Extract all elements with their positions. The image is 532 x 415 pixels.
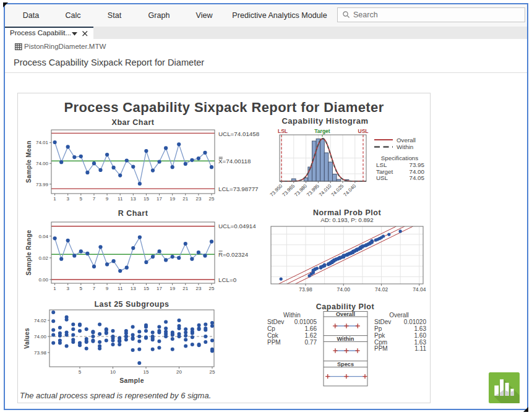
svg-text:15: 15 xyxy=(144,369,149,375)
svg-text:25: 25 xyxy=(209,286,215,291)
svg-text:UCL=0.04914: UCL=0.04914 xyxy=(218,223,256,229)
svg-text:20: 20 xyxy=(176,369,182,375)
svg-text:Within: Within xyxy=(397,143,413,150)
svg-text:74.00: 74.00 xyxy=(409,168,424,175)
svg-text:PPM: PPM xyxy=(374,345,388,352)
svg-text:19: 19 xyxy=(169,196,175,202)
svg-text:7: 7 xyxy=(93,286,96,291)
svg-text:Within: Within xyxy=(337,336,354,342)
svg-text:Pp: Pp xyxy=(374,325,382,332)
svg-text:Target: Target xyxy=(376,168,393,175)
svg-text:The actual process spread is r: The actual process spread is represented… xyxy=(20,391,211,400)
svg-text:73.95: 73.95 xyxy=(409,161,424,168)
svg-text:21: 21 xyxy=(182,286,188,291)
svg-text:0.01020: 0.01020 xyxy=(404,319,427,325)
svg-text:23: 23 xyxy=(195,286,201,291)
svg-text:1: 1 xyxy=(53,196,56,202)
svg-text:AD: 0.193, P: 0.892: AD: 0.193, P: 0.892 xyxy=(320,216,374,223)
svg-text:11: 11 xyxy=(118,286,123,291)
svg-text:1.66: 1.66 xyxy=(305,325,317,332)
svg-text:9: 9 xyxy=(106,196,109,202)
svg-text:LSL: LSL xyxy=(278,128,288,134)
svg-text:Overall: Overall xyxy=(336,311,355,317)
svg-text:1.63: 1.63 xyxy=(414,339,427,346)
svg-text:Within: Within xyxy=(283,312,301,319)
svg-text:3: 3 xyxy=(66,196,69,202)
svg-text:1: 1 xyxy=(53,286,56,291)
svg-text:15: 15 xyxy=(144,286,149,291)
svg-text:23: 23 xyxy=(195,196,201,202)
svg-text:Overall: Overall xyxy=(397,137,416,143)
svg-text:Cpk: Cpk xyxy=(267,332,279,339)
svg-text:21: 21 xyxy=(182,196,188,202)
svg-text:UCL=74.01458: UCL=74.01458 xyxy=(218,130,260,137)
svg-text:LSL: LSL xyxy=(376,161,387,168)
svg-text:Capability Histogram: Capability Histogram xyxy=(281,116,368,126)
svg-text:R=0.02324: R=0.02324 xyxy=(218,251,249,258)
svg-text:74.00: 74.00 xyxy=(36,161,49,166)
svg-text:11: 11 xyxy=(118,196,123,202)
svg-text:0.77: 0.77 xyxy=(305,339,317,346)
svg-text:19: 19 xyxy=(169,286,175,291)
svg-text:1.62: 1.62 xyxy=(305,332,317,339)
svg-text:13: 13 xyxy=(131,286,136,291)
svg-text:74.02: 74.02 xyxy=(375,286,388,293)
svg-text:0.04: 0.04 xyxy=(38,234,48,239)
svg-text:USL: USL xyxy=(376,174,388,181)
svg-text:Sample Range: Sample Range xyxy=(25,230,32,276)
svg-text:7: 7 xyxy=(93,196,96,202)
svg-text:0.02: 0.02 xyxy=(38,255,48,261)
svg-text:73.98: 73.98 xyxy=(34,350,47,356)
svg-text:Capability Plot: Capability Plot xyxy=(316,302,375,311)
svg-text:LCL=73.98777: LCL=73.98777 xyxy=(218,186,259,192)
svg-text:Normal Prob Plot: Normal Prob Plot xyxy=(313,208,381,217)
svg-text:Values: Values xyxy=(24,328,30,349)
svg-text:Process Capability Sixpack Rep: Process Capability Sixpack Report for Di… xyxy=(64,100,384,115)
svg-text:74.00: 74.00 xyxy=(337,286,351,293)
svg-text:R Chart: R Chart xyxy=(118,209,148,218)
svg-text:1.63: 1.63 xyxy=(414,325,427,332)
svg-text:Cp: Cp xyxy=(267,325,275,332)
svg-text:17: 17 xyxy=(157,286,162,291)
svg-text:25: 25 xyxy=(210,369,215,375)
svg-text:PPM: PPM xyxy=(267,339,281,346)
svg-text:Xbar Chart: Xbar Chart xyxy=(112,118,155,127)
svg-text:10: 10 xyxy=(110,369,116,375)
svg-text:9: 9 xyxy=(106,286,109,291)
svg-text:5: 5 xyxy=(80,196,83,202)
svg-text:USL: USL xyxy=(358,128,369,134)
svg-text:73.98: 73.98 xyxy=(299,286,312,293)
svg-text:74.00: 74.00 xyxy=(34,334,47,340)
svg-text:Sample Mean: Sample Mean xyxy=(25,140,32,182)
svg-text:5: 5 xyxy=(79,369,82,375)
svg-text:25: 25 xyxy=(209,196,215,202)
svg-text:LCL=0: LCL=0 xyxy=(218,276,237,283)
svg-text:Ppk: Ppk xyxy=(374,332,385,339)
svg-text:Cpm: Cpm xyxy=(374,339,387,346)
svg-text:3: 3 xyxy=(66,286,69,291)
svg-text:0.01005: 0.01005 xyxy=(294,319,317,325)
svg-text:13: 13 xyxy=(131,196,136,202)
svg-text:15: 15 xyxy=(144,196,149,202)
svg-text:74.05: 74.05 xyxy=(409,174,424,181)
svg-text:Specs: Specs xyxy=(337,361,354,367)
svg-text:StDev: StDev xyxy=(267,319,284,325)
svg-text:X=74.00118: X=74.00118 xyxy=(218,158,251,165)
svg-text:1.11: 1.11 xyxy=(414,345,426,352)
svg-text:74.04: 74.04 xyxy=(413,286,426,293)
svg-text:StDev: StDev xyxy=(374,319,391,325)
svg-text:Overall: Overall xyxy=(389,312,409,319)
svg-text:1.60: 1.60 xyxy=(414,332,427,339)
svg-text:Sample: Sample xyxy=(119,377,144,384)
svg-text:17: 17 xyxy=(157,196,162,202)
svg-text:Target: Target xyxy=(314,128,330,134)
svg-text:5: 5 xyxy=(80,286,83,291)
svg-text:0.00: 0.00 xyxy=(38,277,48,283)
svg-text:74.02: 74.02 xyxy=(34,318,47,323)
svg-text:Last 25 Subgroups: Last 25 Subgroups xyxy=(94,300,169,309)
svg-text:74.01: 74.01 xyxy=(36,140,49,145)
svg-text:73.99: 73.99 xyxy=(36,182,49,187)
svg-text:Specifications: Specifications xyxy=(381,155,419,161)
